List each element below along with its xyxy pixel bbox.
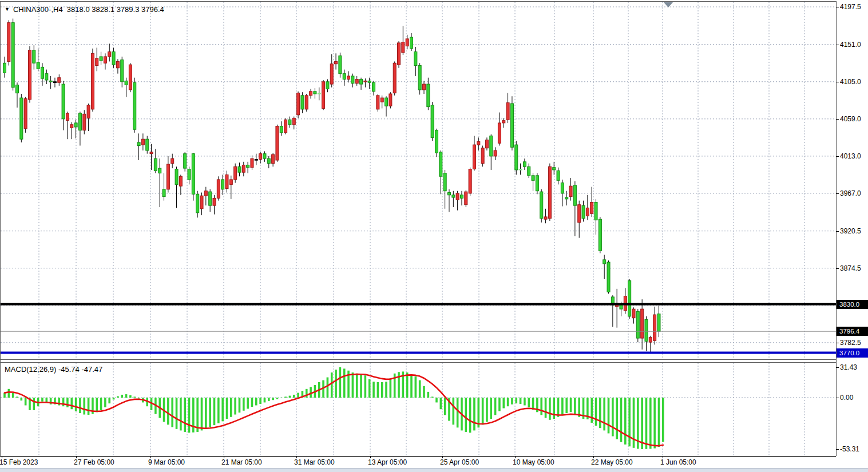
autoscroll-marker-icon: [664, 2, 673, 7]
time-axis-label: 9 Mar 05:00: [148, 458, 185, 466]
price-axis-label: 4013.0: [840, 152, 861, 160]
macd-values: -45.74 -47.47: [58, 365, 102, 374]
triangle-down-icon[interactable]: ▼: [5, 6, 10, 12]
time-axis-label: 22 May 05:00: [591, 458, 633, 466]
macd-axis-label: 0.00: [840, 394, 853, 402]
axis-left-border: [836, 1, 837, 456]
time-axis-label: 1 Jun 05:00: [660, 458, 696, 466]
price-badge: 3770.0: [837, 348, 868, 358]
price-axis-label: 3782.5: [840, 339, 861, 347]
time-axis-label: 21 Mar 05:00: [221, 458, 262, 466]
time-axis-label: 27 Feb 05:00: [74, 458, 114, 466]
time-axis-label: 13 Apr 05:00: [368, 458, 407, 466]
price-axis-tick: [836, 231, 839, 232]
price-axis-tick: [836, 193, 839, 194]
price-axis-label: 4197.5: [840, 3, 861, 11]
price-badge: 3796.4: [837, 327, 868, 336]
time-axis-label: 15 Feb 2023: [0, 458, 38, 466]
macd-name: MACD(12,26,9): [5, 365, 56, 374]
macd-panel-top-border: [0, 362, 836, 363]
bottom-window-strip: [0, 468, 868, 472]
macd-axis-tick: [836, 367, 839, 368]
time-axis-label: 25 Apr 05:00: [440, 458, 479, 466]
bar-high-value: 3828.1: [92, 5, 114, 14]
price-axis-tick: [836, 7, 839, 7]
trading-chart-window: ▼CHINA300-,H4 3818.0 3828.1 3789.3 3796.…: [0, 0, 868, 472]
price-axis-tick: [836, 119, 839, 120]
price-badge: 3830.0: [837, 300, 868, 309]
bar-close-value: 3796.4: [141, 5, 164, 14]
macd-axis-label: 31.43: [840, 363, 857, 371]
price-macd-chart[interactable]: [0, 0, 868, 472]
time-axis-label: 10 May 05:00: [513, 458, 554, 466]
macd-axis-tick: [836, 398, 839, 398]
price-axis-tick: [836, 268, 839, 269]
bar-low-value: 3789.3: [117, 5, 140, 14]
price-axis-label: 3967.0: [840, 189, 861, 197]
bar-open-value: 3818.0: [67, 5, 90, 14]
price-axis-tick: [836, 156, 839, 157]
macd-axis-label: -53.31: [840, 445, 859, 453]
price-panel-top-border: [0, 1, 836, 2]
price-panel-bottom-border: [0, 359, 836, 360]
price-axis-tick: [836, 45, 839, 45]
chart-left-border: [0, 1, 1, 456]
price-axis-label: 4059.0: [840, 115, 861, 123]
price-axis-tick: [836, 82, 839, 82]
price-axis-label: 4105.0: [840, 78, 861, 86]
price-axis-label: 4151.0: [840, 41, 861, 49]
symbol-info-line: ▼CHINA300-,H4 3818.0 3828.1 3789.3 3796.…: [5, 5, 164, 14]
macd-panel-bottom-border: [0, 456, 836, 457]
time-axis-label: 31 Mar 05:00: [294, 458, 335, 466]
price-axis-tick: [836, 343, 839, 343]
symbol-timeframe-label: CHINA300-,H4: [13, 5, 63, 14]
price-axis-label: 3920.5: [840, 227, 861, 235]
macd-axis-tick: [836, 449, 839, 450]
price-axis-label: 3874.5: [840, 264, 861, 272]
macd-indicator-label: MACD(12,26,9) -45.74 -47.47: [5, 365, 102, 374]
